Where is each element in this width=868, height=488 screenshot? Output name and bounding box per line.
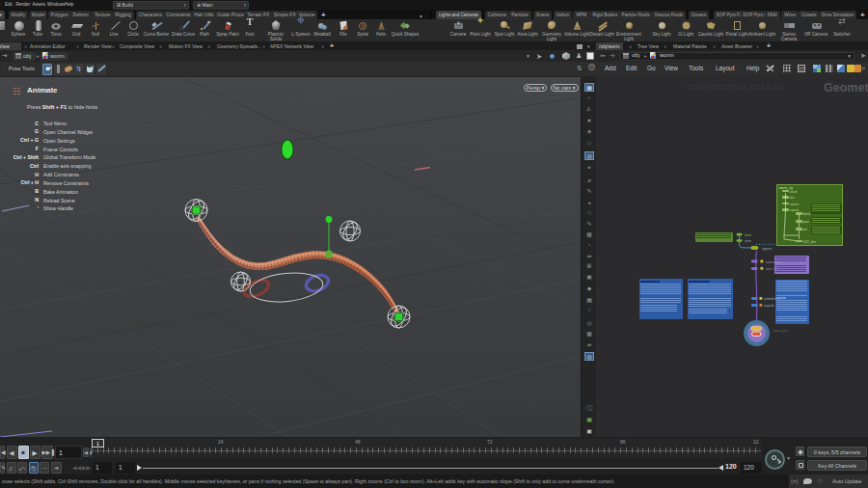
svg-text:apexinvoke: apexinvoke [766,260,781,264]
svg-text:rigpose: rigpose [762,247,773,251]
svg-text:skin::2.0: skin::2.0 [766,267,777,271]
svg-text:anim: anim [745,239,751,243]
svg-text:attribdelete: attribdelete [764,297,779,301]
svg-text:output0: output0 [764,304,774,308]
svg-text:worm_geo: worm_geo [773,329,788,333]
svg-text:fetch: fetch [745,233,751,237]
